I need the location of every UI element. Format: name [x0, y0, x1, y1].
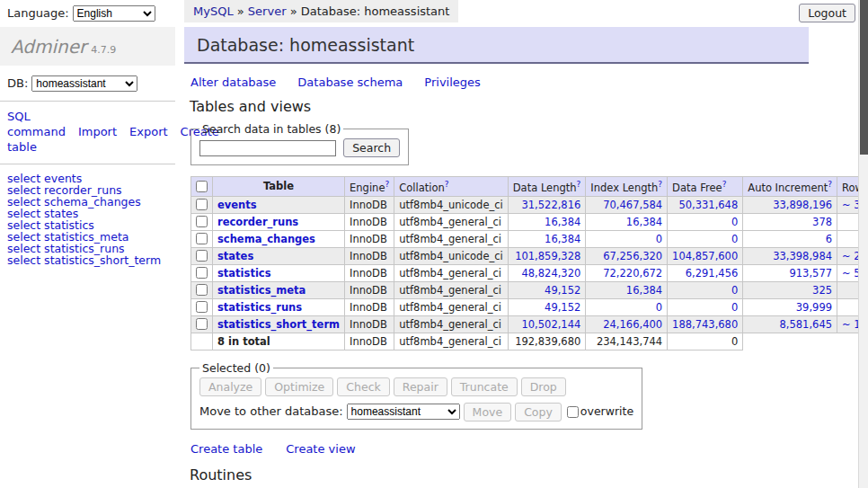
cell-auto-increment[interactable]: 33,898,196 — [773, 199, 832, 211]
cell-data-free: 0 — [668, 281, 743, 298]
total-data-length: 192,839,680 — [508, 333, 586, 350]
cell-data-free[interactable]: 6,291,456 — [686, 267, 739, 279]
cell-collation: utf8mb4_unicode_ci — [394, 247, 509, 264]
cell-data-length[interactable]: 49,152 — [545, 301, 580, 314]
select-all-header — [191, 177, 213, 197]
column-help-link[interactable]: ? — [722, 180, 727, 189]
cell-data-free[interactable]: 188,743,680 — [672, 318, 738, 331]
scrollbar-track[interactable] — [858, 0, 868, 488]
table-link-statistics: statistics — [213, 264, 345, 281]
column-label: Table — [263, 180, 294, 192]
cell-data-length[interactable]: 16,384 — [545, 216, 580, 228]
column-help-link[interactable]: ? — [445, 180, 449, 189]
row-checkbox[interactable] — [196, 216, 208, 227]
scrollbar-thumb[interactable] — [860, 0, 868, 155]
cell-index-length[interactable]: 0 — [656, 233, 662, 245]
cell-data-free[interactable]: 0 — [731, 301, 738, 314]
column-help-link[interactable]: ? — [828, 180, 832, 189]
table-link-recorder_runs[interactable]: recorder_runs — [217, 216, 298, 228]
cell-auto-increment[interactable]: 33,398,984 — [773, 250, 832, 262]
table-link-statistics[interactable]: statistics — [217, 267, 271, 279]
link-create-view[interactable]: Create view — [286, 442, 355, 456]
cell-data-free: 188,743,680 — [668, 315, 743, 333]
cell-data-free[interactable]: 0 — [731, 284, 738, 297]
cell-index-length[interactable]: 24,166,400 — [603, 318, 662, 331]
cell-index-length[interactable]: 70,467,584 — [603, 199, 662, 211]
column-help-link[interactable]: ? — [577, 180, 581, 189]
cell-index-length[interactable]: 16,384 — [626, 216, 662, 228]
cell-index-length[interactable]: 0 — [656, 301, 662, 314]
create-links: Create tableCreate view — [190, 442, 856, 456]
cell-auto-increment[interactable]: 8,581,645 — [780, 318, 833, 331]
row-select-cell — [191, 213, 213, 230]
search-button[interactable]: Search — [343, 138, 400, 157]
row-checkbox[interactable] — [196, 301, 208, 313]
table-link-statistics_runs[interactable]: statistics_runs — [217, 301, 302, 314]
cell-index-length: 16,384 — [586, 213, 668, 230]
cell-index-length[interactable]: 72,220,672 — [603, 267, 662, 279]
overwrite-label: overwrite — [580, 404, 633, 418]
select-all-checkbox[interactable] — [196, 181, 208, 192]
cell-data-length[interactable]: 10,502,144 — [521, 318, 580, 331]
row-checkbox[interactable] — [196, 284, 208, 296]
cell-index-length[interactable]: 67,256,320 — [603, 250, 662, 262]
overwrite-checkbox[interactable] — [567, 406, 579, 418]
row-checkbox[interactable] — [196, 250, 208, 262]
row-checkbox[interactable] — [196, 199, 208, 210]
move-database-select[interactable]: homeassistant — [347, 404, 460, 420]
column-help-link[interactable]: ? — [385, 180, 389, 189]
cell-data-free[interactable]: 0 — [731, 233, 738, 245]
table-link-schema_changes[interactable]: schema_changes — [217, 233, 315, 245]
cell-collation: utf8mb4_unicode_ci — [394, 196, 509, 213]
row-checkbox[interactable] — [196, 318, 208, 330]
cell-index-length[interactable]: 16,384 — [626, 284, 662, 297]
cell-engine: InnoDB — [345, 196, 394, 213]
cell-auto-increment: 378 — [743, 213, 837, 230]
link-alter-database[interactable]: Alter database — [190, 75, 276, 89]
link-database-schema[interactable]: Database schema — [297, 75, 403, 89]
total-data-free: 0 — [668, 333, 743, 350]
table-link-events[interactable]: events — [217, 199, 257, 211]
cell-data-free[interactable]: 0 — [731, 216, 738, 228]
column-help-link[interactable]: ? — [658, 180, 662, 189]
db-select[interactable]: homeassistant — [31, 75, 137, 92]
sidebar-action-sql-command[interactable]: SQL command — [7, 110, 66, 138]
cell-auto-increment[interactable]: 378 — [812, 216, 832, 228]
sidebar-item-select-statistics-short-term[interactable]: select statistics_short_term — [7, 254, 168, 266]
table-row-statistics_meta: statistics_metaInnoDButf8mb4_general_ci4… — [191, 281, 868, 298]
table-link-statistics_meta[interactable]: statistics_meta — [217, 284, 306, 297]
table-link-statistics_short_term[interactable]: statistics_short_term — [217, 318, 340, 331]
cell-data-free[interactable]: 104,857,600 — [672, 250, 738, 262]
cell-data-length[interactable]: 49,152 — [545, 284, 580, 297]
cell-data-length[interactable]: 31,522,816 — [521, 199, 580, 211]
cell-auto-increment[interactable]: 325 — [812, 284, 832, 297]
cell-auto-increment: 6 — [743, 230, 837, 247]
cell-data-free[interactable]: 50,331,648 — [678, 199, 738, 211]
row-checkbox[interactable] — [196, 267, 208, 279]
row-select-cell — [191, 196, 213, 213]
sidebar-action-import[interactable]: Import — [78, 125, 117, 138]
column-label: Index Length — [590, 182, 658, 194]
link-privileges[interactable]: Privileges — [424, 75, 481, 89]
language-select[interactable]: English — [73, 5, 155, 22]
link-create-table[interactable]: Create table — [190, 442, 262, 456]
cell-auto-increment[interactable]: 913,577 — [789, 267, 832, 279]
row-checkbox[interactable] — [196, 233, 208, 244]
cell-data-length[interactable]: 16,384 — [545, 233, 580, 245]
column-label: Data Free — [672, 182, 722, 194]
move-button: Move — [464, 403, 512, 421]
search-legend: Search data in tables (8) — [199, 122, 343, 136]
total-index-length: 234,143,744 — [586, 333, 668, 350]
cell-auto-increment[interactable]: 39,999 — [796, 301, 832, 314]
table-link-recorder_runs: recorder_runs — [213, 213, 345, 230]
cell-data-length[interactable]: 101,859,328 — [515, 250, 580, 262]
cell-data-length[interactable]: 48,824,320 — [521, 267, 580, 279]
table-link-states[interactable]: states — [217, 250, 253, 262]
move-buttons: MoveCopy — [464, 404, 565, 418]
cell-engine: InnoDB — [345, 230, 394, 247]
cell-auto-increment[interactable]: 6 — [826, 233, 832, 245]
search-input[interactable] — [199, 140, 336, 156]
sidebar-action-export[interactable]: Export — [129, 125, 168, 138]
total-empty-cell — [191, 333, 213, 350]
cell-data-free: 50,331,648 — [668, 196, 743, 213]
